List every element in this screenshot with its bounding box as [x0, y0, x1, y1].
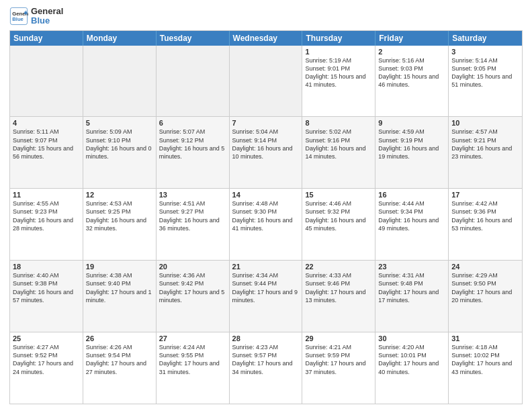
calendar-cell: 29Sunrise: 4:21 AM Sunset: 9:59 PM Dayli…	[302, 332, 375, 404]
calendar-cell: 19Sunrise: 4:38 AM Sunset: 9:40 PM Dayli…	[83, 261, 157, 332]
day-number: 27	[159, 334, 226, 342]
logo-icon: General Blue	[9, 7, 28, 26]
calendar-cell: 4Sunrise: 5:11 AM Sunset: 9:07 PM Daylig…	[10, 117, 83, 188]
logo-blue: Blue	[31, 16, 63, 26]
calendar-cell: 6Sunrise: 5:07 AM Sunset: 9:12 PM Daylig…	[157, 117, 230, 188]
day-number: 13	[159, 191, 226, 199]
day-number: 9	[378, 119, 445, 127]
day-number: 23	[378, 263, 445, 271]
day-info: Sunrise: 5:19 AM Sunset: 9:01 PM Dayligh…	[305, 56, 372, 89]
calendar-cell: 12Sunrise: 4:53 AM Sunset: 9:25 PM Dayli…	[83, 189, 157, 260]
calendar-row-5: 25Sunrise: 4:27 AM Sunset: 9:52 PM Dayli…	[10, 332, 522, 404]
day-number: 1	[305, 48, 372, 56]
calendar-row-4: 18Sunrise: 4:40 AM Sunset: 9:38 PM Dayli…	[10, 260, 522, 332]
day-number: 31	[451, 334, 519, 342]
day-number: 16	[378, 191, 445, 199]
calendar-cell: 24Sunrise: 4:29 AM Sunset: 9:50 PM Dayli…	[449, 261, 522, 332]
calendar-cell: 5Sunrise: 5:09 AM Sunset: 9:10 PM Daylig…	[83, 117, 157, 188]
day-info: Sunrise: 4:33 AM Sunset: 9:46 PM Dayligh…	[305, 271, 372, 304]
calendar-cell: 26Sunrise: 4:26 AM Sunset: 9:54 PM Dayli…	[83, 332, 157, 404]
day-info: Sunrise: 4:44 AM Sunset: 9:34 PM Dayligh…	[378, 199, 445, 232]
day-info: Sunrise: 4:24 AM Sunset: 9:55 PM Dayligh…	[159, 343, 226, 376]
day-header-friday: Friday	[375, 31, 449, 46]
calendar-cell: 27Sunrise: 4:24 AM Sunset: 9:55 PM Dayli…	[157, 332, 230, 404]
day-number: 8	[305, 119, 372, 127]
day-info: Sunrise: 5:04 AM Sunset: 9:14 PM Dayligh…	[232, 128, 300, 161]
calendar-cell: 22Sunrise: 4:33 AM Sunset: 9:46 PM Dayli…	[302, 261, 375, 332]
calendar-cell	[10, 46, 83, 117]
calendar-row-3: 11Sunrise: 4:55 AM Sunset: 9:23 PM Dayli…	[10, 188, 522, 260]
calendar-cell: 30Sunrise: 4:20 AM Sunset: 10:01 PM Dayl…	[375, 332, 449, 404]
day-number: 15	[305, 191, 372, 199]
day-info: Sunrise: 4:23 AM Sunset: 9:57 PM Dayligh…	[232, 343, 300, 376]
day-header-monday: Monday	[83, 31, 157, 46]
day-number: 5	[86, 119, 153, 127]
calendar-cell: 1Sunrise: 5:19 AM Sunset: 9:01 PM Daylig…	[302, 46, 375, 117]
calendar-cell	[157, 46, 230, 117]
calendar-header: SundayMondayTuesdayWednesdayThursdayFrid…	[10, 31, 522, 46]
day-number: 20	[159, 263, 226, 271]
day-header-sunday: Sunday	[10, 31, 83, 46]
day-info: Sunrise: 4:51 AM Sunset: 9:27 PM Dayligh…	[159, 199, 226, 232]
calendar-cell: 2Sunrise: 5:16 AM Sunset: 9:03 PM Daylig…	[375, 46, 449, 117]
day-info: Sunrise: 4:34 AM Sunset: 9:44 PM Dayligh…	[232, 271, 300, 304]
day-info: Sunrise: 5:09 AM Sunset: 9:10 PM Dayligh…	[86, 128, 153, 161]
day-number: 28	[232, 334, 300, 342]
day-number: 12	[86, 191, 153, 199]
day-number: 25	[13, 334, 80, 342]
day-number: 17	[451, 191, 519, 199]
calendar-cell: 20Sunrise: 4:36 AM Sunset: 9:42 PM Dayli…	[157, 261, 230, 332]
calendar-cell: 7Sunrise: 5:04 AM Sunset: 9:14 PM Daylig…	[230, 117, 303, 188]
day-number: 3	[451, 48, 519, 56]
day-header-thursday: Thursday	[302, 31, 375, 46]
day-info: Sunrise: 4:59 AM Sunset: 9:19 PM Dayligh…	[378, 128, 445, 161]
day-info: Sunrise: 4:40 AM Sunset: 9:38 PM Dayligh…	[13, 271, 80, 304]
day-info: Sunrise: 4:18 AM Sunset: 10:02 PM Daylig…	[451, 343, 519, 376]
day-number: 7	[232, 119, 300, 127]
calendar: SundayMondayTuesdayWednesdayThursdayFrid…	[9, 30, 523, 404]
day-number: 10	[451, 119, 519, 127]
day-number: 21	[232, 263, 300, 271]
day-info: Sunrise: 4:29 AM Sunset: 9:50 PM Dayligh…	[451, 271, 519, 304]
calendar-cell: 16Sunrise: 4:44 AM Sunset: 9:34 PM Dayli…	[375, 189, 449, 260]
day-number: 29	[305, 334, 372, 342]
day-header-wednesday: Wednesday	[230, 31, 303, 46]
svg-text:Blue: Blue	[12, 16, 24, 22]
day-info: Sunrise: 4:20 AM Sunset: 10:01 PM Daylig…	[378, 343, 445, 376]
day-info: Sunrise: 5:11 AM Sunset: 9:07 PM Dayligh…	[13, 128, 80, 161]
calendar-body: 1Sunrise: 5:19 AM Sunset: 9:01 PM Daylig…	[10, 46, 522, 404]
day-number: 19	[86, 263, 153, 271]
calendar-cell: 18Sunrise: 4:40 AM Sunset: 9:38 PM Dayli…	[10, 261, 83, 332]
calendar-cell: 8Sunrise: 5:02 AM Sunset: 9:16 PM Daylig…	[302, 117, 375, 188]
calendar-cell: 25Sunrise: 4:27 AM Sunset: 9:52 PM Dayli…	[10, 332, 83, 404]
calendar-cell: 28Sunrise: 4:23 AM Sunset: 9:57 PM Dayli…	[230, 332, 303, 404]
calendar-cell: 14Sunrise: 4:48 AM Sunset: 9:30 PM Dayli…	[230, 189, 303, 260]
calendar-cell: 15Sunrise: 4:46 AM Sunset: 9:32 PM Dayli…	[302, 189, 375, 260]
day-header-saturday: Saturday	[449, 31, 522, 46]
header: General Blue General Blue	[9, 7, 523, 26]
calendar-cell: 21Sunrise: 4:34 AM Sunset: 9:44 PM Dayli…	[230, 261, 303, 332]
day-number: 2	[378, 48, 445, 56]
calendar-cell: 3Sunrise: 5:14 AM Sunset: 9:05 PM Daylig…	[449, 46, 522, 117]
day-info: Sunrise: 4:36 AM Sunset: 9:42 PM Dayligh…	[159, 271, 226, 304]
calendar-cell: 13Sunrise: 4:51 AM Sunset: 9:27 PM Dayli…	[157, 189, 230, 260]
calendar-cell: 31Sunrise: 4:18 AM Sunset: 10:02 PM Dayl…	[449, 332, 522, 404]
day-info: Sunrise: 5:07 AM Sunset: 9:12 PM Dayligh…	[159, 128, 226, 161]
day-header-tuesday: Tuesday	[157, 31, 230, 46]
day-number: 11	[13, 191, 80, 199]
calendar-cell: 9Sunrise: 4:59 AM Sunset: 9:19 PM Daylig…	[375, 117, 449, 188]
day-info: Sunrise: 4:42 AM Sunset: 9:36 PM Dayligh…	[451, 199, 519, 232]
page: General Blue General Blue SundayMondayTu…	[0, 0, 532, 411]
logo: General Blue General Blue	[9, 7, 63, 26]
day-number: 6	[159, 119, 226, 127]
day-info: Sunrise: 4:31 AM Sunset: 9:48 PM Dayligh…	[378, 271, 445, 304]
day-number: 26	[86, 334, 153, 342]
day-number: 4	[13, 119, 80, 127]
day-number: 30	[378, 334, 445, 342]
day-info: Sunrise: 4:21 AM Sunset: 9:59 PM Dayligh…	[305, 343, 372, 376]
day-info: Sunrise: 4:38 AM Sunset: 9:40 PM Dayligh…	[86, 271, 153, 304]
day-info: Sunrise: 4:27 AM Sunset: 9:52 PM Dayligh…	[13, 343, 80, 376]
day-info: Sunrise: 4:48 AM Sunset: 9:30 PM Dayligh…	[232, 199, 300, 232]
day-number: 14	[232, 191, 300, 199]
calendar-cell: 23Sunrise: 4:31 AM Sunset: 9:48 PM Dayli…	[375, 261, 449, 332]
